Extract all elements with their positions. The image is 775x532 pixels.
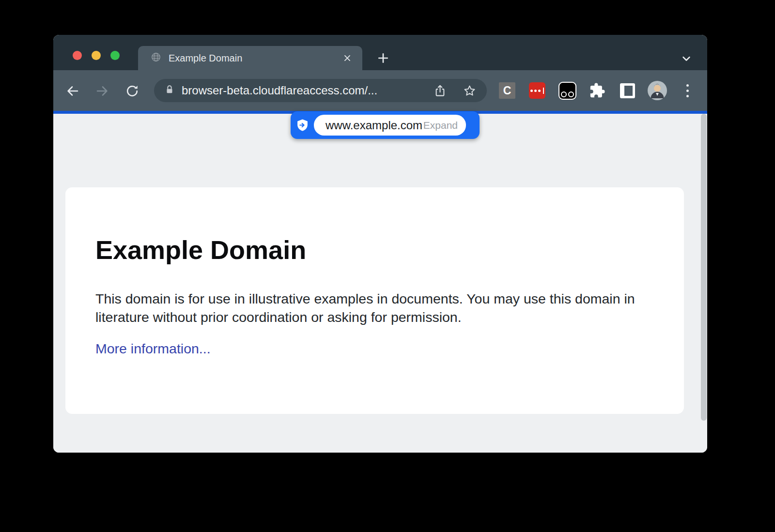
content-card: Example Domain This domain is for use in…	[65, 187, 684, 414]
remote-browser-domain-pill[interactable]: www.example.com Expand	[291, 111, 480, 139]
expand-button[interactable]: Expand	[423, 120, 458, 131]
shield-arrow-icon	[291, 119, 314, 132]
browser-toolbar: browser-beta.cloudflareaccess.com/...	[53, 70, 707, 111]
lock-icon[interactable]	[164, 84, 175, 97]
minimize-window-button[interactable]	[92, 51, 101, 60]
domain-text: www.example.com	[326, 119, 423, 132]
page-title: Example Domain	[95, 236, 655, 264]
extensions-puzzle-icon[interactable]	[589, 82, 605, 99]
chevron-down-icon[interactable]	[678, 50, 695, 67]
extension-c-icon[interactable]: C	[499, 82, 515, 99]
new-tab-icon[interactable]	[373, 48, 393, 68]
back-icon[interactable]	[65, 84, 80, 98]
tab-title: Example Domain	[169, 53, 342, 64]
extensions-row: C	[492, 70, 702, 111]
tab-close-icon[interactable]	[342, 53, 353, 63]
browser-window: Example Domain	[53, 35, 707, 453]
share-icon[interactable]	[434, 84, 447, 97]
profile-avatar[interactable]	[648, 81, 667, 100]
bookmark-star-icon[interactable]	[463, 84, 476, 97]
tab-example-domain[interactable]: Example Domain	[138, 46, 362, 70]
reload-icon[interactable]	[125, 84, 140, 98]
side-panel-icon[interactable]	[620, 83, 635, 98]
domain-pill[interactable]: www.example.com Expand	[314, 115, 466, 136]
globe-favicon-icon	[151, 52, 161, 64]
page-paragraph: This domain is for use in illustrative e…	[95, 289, 652, 326]
close-window-button[interactable]	[73, 51, 82, 60]
address-bar[interactable]: browser-beta.cloudflareaccess.com/...	[154, 79, 487, 102]
maximize-window-button[interactable]	[110, 51, 120, 60]
extension-goggles-icon[interactable]	[558, 82, 576, 100]
url-text: browser-beta.cloudflareaccess.com/...	[182, 84, 434, 97]
more-information-link[interactable]: More information...	[95, 341, 211, 357]
traffic-lights	[73, 51, 120, 60]
tab-strip: Example Domain	[53, 35, 707, 70]
forward-icon[interactable]	[95, 84, 109, 98]
menu-dots-icon[interactable]	[686, 84, 689, 97]
scrollbar-thumb[interactable]	[701, 114, 707, 421]
extension-password-manager-icon[interactable]	[529, 82, 545, 99]
page-viewport: www.example.com Expand Example Domain Th…	[53, 114, 707, 453]
